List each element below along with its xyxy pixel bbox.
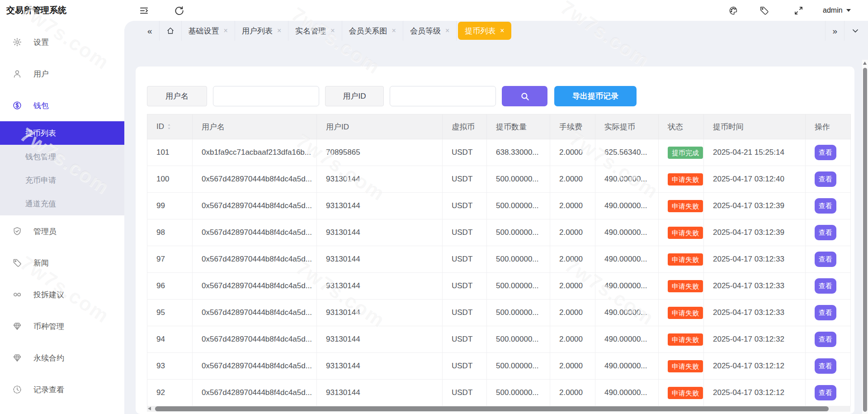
status-badge: 提币完成	[668, 147, 703, 159]
tab-member-level[interactable]: 会员等级×	[403, 21, 457, 41]
column-label: 提币数量	[496, 122, 527, 132]
column-label: 操作	[815, 122, 830, 132]
status-badge: 申请失败	[668, 200, 703, 212]
tabs-menu-button[interactable]	[844, 21, 866, 41]
sidebar-subitem-channel-recharge[interactable]: 通道充值	[0, 192, 124, 215]
scroll-up-arrow-icon[interactable]	[863, 62, 867, 65]
palette-icon[interactable]	[729, 6, 738, 15]
view-button[interactable]: 查看	[815, 305, 836, 320]
sidebar-item-label: 币种管理	[33, 321, 64, 332]
vertical-scrollbar-thumb[interactable]	[863, 68, 867, 412]
cell-amount: 500.00000...	[487, 246, 550, 273]
view-button[interactable]: 查看	[815, 332, 836, 347]
close-icon[interactable]: ×	[392, 27, 396, 34]
username-label: 用户名	[147, 86, 207, 106]
column-header-id[interactable]: ID	[147, 114, 193, 139]
cell-user_id: 93130144	[317, 326, 443, 353]
cell-actual: 490.00000...	[595, 166, 659, 193]
tab-label: 用户列表	[242, 26, 273, 36]
scroll-left-arrow-icon[interactable]	[148, 407, 151, 410]
view-button[interactable]: 查看	[815, 171, 836, 187]
cell-id: 101	[147, 139, 193, 166]
cell-action: 查看	[806, 219, 851, 246]
close-icon[interactable]: ×	[330, 27, 335, 34]
tab-withdraw-list[interactable]: 提币列表×	[458, 22, 511, 40]
cell-id: 98	[147, 219, 193, 246]
sidebar-subitem-wallet-manage[interactable]: 钱包管理	[0, 145, 124, 168]
sidebar-item-feedback[interactable]: 投拆建议	[0, 279, 124, 310]
sidebar-item-label: 记录查看	[33, 385, 64, 395]
sidebar-item-record-view[interactable]: 记录查看	[0, 374, 124, 405]
tag-icon	[13, 258, 22, 267]
sidebar-item-coin-manage[interactable]: 币种管理	[0, 310, 124, 342]
close-icon[interactable]: ×	[500, 27, 504, 34]
cell-user_id: 93130144	[317, 193, 443, 219]
double-chevron-right-icon: »	[832, 27, 837, 35]
sidebar-item-admins[interactable]: 管理员	[0, 215, 124, 247]
sidebar-item-wallet[interactable]: 钱包	[0, 90, 124, 121]
menu-fold-icon[interactable]	[139, 6, 149, 15]
cell-coin: USDT	[443, 139, 487, 166]
table-row: 1010xb1fa9cc71acbaaf213dfa16b...70895865…	[147, 139, 851, 166]
close-icon[interactable]: ×	[224, 27, 228, 34]
tag-icon[interactable]	[760, 6, 769, 15]
cell-user_id: 93130144	[317, 273, 443, 300]
sidebar-item-perpetual-contract[interactable]: 永续合约	[0, 342, 124, 374]
view-button[interactable]: 查看	[815, 358, 836, 374]
cell-fee: 2.0000	[550, 139, 595, 166]
tab-user-list[interactable]: 用户列表×	[235, 21, 288, 41]
sidebar-item-users[interactable]: 用户	[0, 58, 124, 90]
cell-amount: 500.00000...	[487, 300, 550, 326]
sidebar-subitem-deposit-request[interactable]: 充币申请	[0, 168, 124, 192]
username-input[interactable]	[213, 86, 319, 106]
view-button[interactable]: 查看	[815, 198, 836, 214]
tab-member-relation[interactable]: 会员关系图×	[342, 21, 403, 41]
tab-realname-manage[interactable]: 实名管理×	[288, 21, 342, 41]
column-label: 用户名	[202, 122, 225, 132]
cell-coin: USDT	[443, 166, 487, 193]
cell-status: 申请失败	[659, 380, 704, 406]
cell-action: 查看	[806, 139, 851, 166]
view-button[interactable]: 查看	[815, 145, 836, 160]
cell-coin: USDT	[443, 353, 487, 380]
tabbar-right-controls: »	[825, 21, 866, 41]
column-header-user_id: 用户ID	[317, 114, 443, 139]
sidebar-item-label: 用户	[33, 69, 49, 79]
close-icon[interactable]: ×	[277, 27, 281, 34]
user-menu[interactable]: admin	[823, 0, 851, 21]
status-badge: 申请失败	[668, 280, 703, 292]
sidebar-item-news[interactable]: 新闻	[0, 247, 124, 279]
column-label: 虚拟币	[452, 122, 475, 132]
tabs-forward-button[interactable]: »	[825, 21, 844, 41]
refresh-icon[interactable]	[175, 6, 184, 15]
userid-input[interactable]	[390, 86, 496, 106]
table-body: 1010xb1fa9cc71acbaaf213dfa16b...70895865…	[147, 139, 851, 406]
cell-id: 97	[147, 246, 193, 273]
cell-coin: USDT	[443, 326, 487, 353]
fullscreen-icon[interactable]	[794, 6, 803, 15]
cell-username: 0x567d428970444b8f4dc4a5d...	[193, 300, 317, 326]
cell-fee: 2.0000	[550, 246, 595, 273]
tabs-back-button[interactable]: «	[141, 21, 160, 41]
cell-time: 2025-04-17 03:12:33	[704, 300, 806, 326]
export-withdraw-button[interactable]: 导出提币记录	[554, 86, 637, 106]
tab-basic-settings[interactable]: 基础设置×	[182, 21, 235, 41]
cell-amount: 500.00000...	[487, 380, 550, 406]
cell-id: 100	[147, 166, 193, 193]
cell-time: 2025-04-17 03:12:33	[704, 246, 806, 273]
view-button[interactable]: 查看	[815, 385, 836, 400]
sort-icon[interactable]	[166, 123, 172, 130]
search-button[interactable]	[502, 86, 547, 106]
horizontal-scrollbar	[147, 406, 850, 412]
horizontal-scrollbar-thumb[interactable]	[155, 406, 829, 411]
view-button[interactable]: 查看	[815, 278, 836, 294]
cell-time: 2025-04-17 03:12:12	[704, 380, 806, 406]
cell-status: 提币完成	[659, 139, 704, 166]
view-button[interactable]: 查看	[815, 252, 836, 267]
sidebar-subitem-withdraw-list[interactable]: 提币列表	[0, 121, 124, 145]
close-icon[interactable]: ×	[445, 27, 449, 34]
sidebar-item-settings[interactable]: 设置	[0, 26, 124, 58]
view-button[interactable]: 查看	[815, 225, 836, 240]
cell-action: 查看	[806, 193, 851, 219]
home-tab[interactable]	[160, 21, 182, 41]
